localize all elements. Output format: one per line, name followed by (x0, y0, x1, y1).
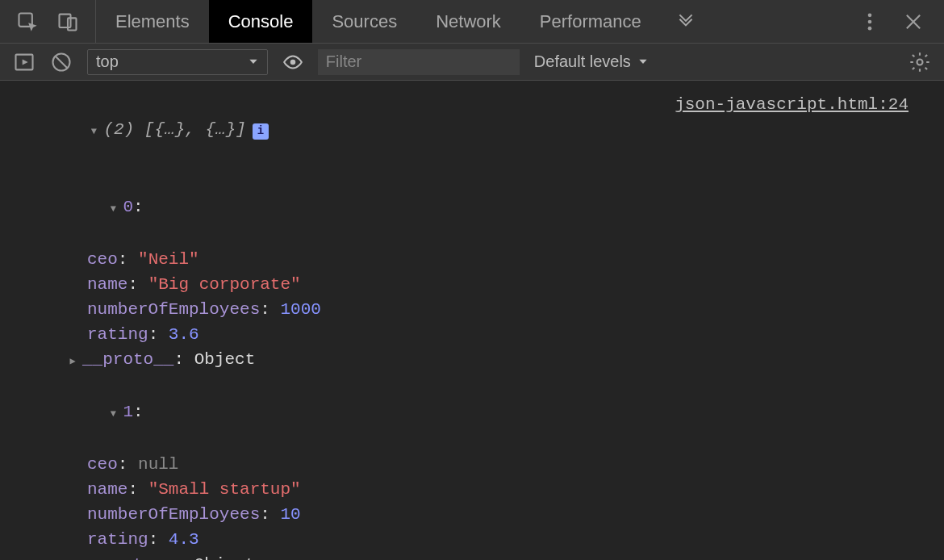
property-key: ceo (87, 455, 118, 474)
array-index-key: 1 (123, 403, 133, 421)
chevron-down-icon (248, 52, 259, 71)
svg-point-4 (868, 19, 872, 23)
tab-console[interactable]: Console (209, 0, 313, 43)
array-index-key: 0 (123, 198, 133, 216)
object-property-row: name: "Big corporate" (16, 272, 928, 297)
expand-toggle-icon[interactable] (66, 552, 79, 560)
property-key: rating (87, 530, 148, 549)
console-settings-gear-icon[interactable] (908, 51, 931, 73)
object-property-row: numberOfEmployees: 1000 (16, 297, 928, 322)
object-property-row: rating: 3.6 (16, 322, 928, 347)
property-key: numberOfEmployees (87, 300, 260, 319)
clear-console-icon[interactable] (50, 51, 73, 73)
expand-toggle-icon[interactable] (107, 194, 119, 222)
property-value: 3.6 (169, 325, 199, 344)
chevron-down-icon (637, 52, 649, 71)
svg-point-5 (868, 26, 872, 30)
svg-rect-1 (60, 14, 71, 27)
object-property-row: name: "Small startup" (16, 477, 928, 502)
console-toolbar: top Default levels (0, 44, 944, 81)
filter-input[interactable] (318, 49, 520, 75)
tabs-group: Elements Console Sources Network Perform… (96, 0, 711, 43)
property-key: numberOfEmployees (87, 505, 260, 524)
expand-toggle-icon[interactable] (66, 347, 79, 374)
tabbar-right-group (839, 0, 944, 43)
context-selector[interactable]: top (87, 49, 268, 75)
inspect-element-icon[interactable] (16, 10, 39, 33)
property-key: name (87, 480, 127, 499)
object-property-row: ceo: "Neil" (16, 247, 928, 272)
log-levels-label: Default levels (534, 52, 631, 71)
tabbar-left-group (0, 0, 96, 43)
close-devtools-icon[interactable] (902, 10, 925, 33)
array-preview: [{…}, {…}] (144, 120, 246, 139)
svg-point-8 (290, 59, 296, 65)
property-value: 4.3 (169, 530, 199, 549)
expand-toggle-icon[interactable] (107, 399, 119, 427)
object-property-row: numberOfEmployees: 10 (16, 502, 928, 527)
devtools-tabbar: Elements Console Sources Network Perform… (0, 0, 944, 44)
context-selector-label: top (96, 52, 119, 71)
source-link[interactable]: json-javascript.html:24 (675, 92, 908, 117)
property-key: name (87, 275, 127, 294)
toggle-sidebar-icon[interactable] (13, 51, 36, 73)
tab-sources[interactable]: Sources (312, 0, 416, 43)
expand-toggle-icon[interactable] (87, 117, 100, 144)
tab-network[interactable]: Network (416, 0, 520, 43)
proto-key: __proto__ (82, 350, 173, 369)
log-levels-selector[interactable]: Default levels (534, 52, 649, 71)
svg-point-9 (917, 59, 923, 65)
object-property-row: rating: 4.3 (16, 527, 928, 552)
kebab-menu-icon[interactable] (858, 10, 881, 33)
array-index-row[interactable]: 0: (16, 169, 928, 247)
svg-point-3 (868, 13, 872, 17)
proto-row[interactable]: __proto__: Object (16, 552, 928, 560)
svg-rect-2 (68, 18, 77, 30)
property-value: "Small startup" (148, 480, 301, 499)
live-expression-icon[interactable] (282, 52, 303, 73)
proto-row[interactable]: __proto__: Object (16, 347, 928, 374)
property-value: "Big corporate" (148, 275, 301, 294)
device-toggle-icon[interactable] (56, 10, 79, 33)
property-value: 10 (280, 505, 300, 524)
property-value: "Neil" (138, 250, 199, 269)
proto-value: Object (194, 350, 256, 369)
property-key: rating (87, 325, 148, 344)
array-index-row[interactable]: 1: (16, 374, 928, 452)
object-property-row: ceo: null (16, 452, 928, 477)
property-key: ceo (87, 250, 118, 269)
proto-key: __proto__ (82, 555, 173, 560)
tab-elements[interactable]: Elements (96, 0, 209, 43)
property-value: 1000 (280, 300, 320, 319)
tabs-overflow-icon[interactable] (661, 0, 711, 43)
proto-value: Object (194, 555, 256, 560)
info-badge-icon[interactable]: i (253, 123, 269, 140)
property-value: null (138, 455, 178, 474)
console-output: json-javascript.html:24 (2) [{…}, {…}]i … (0, 81, 944, 560)
array-count: (2) (103, 120, 134, 139)
tab-performance[interactable]: Performance (520, 0, 661, 43)
